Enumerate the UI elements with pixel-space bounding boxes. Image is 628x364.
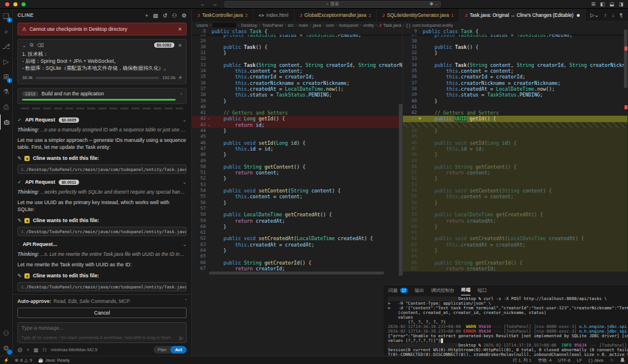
plan-act-toggle[interactable]: Plan Act — [154, 346, 187, 354]
breadcrumb-item[interactable]: src — [288, 23, 294, 28]
panel-tab-terminal[interactable]: 终端 — [461, 285, 470, 295]
history-forward-icon[interactable]: → — [212, 1, 217, 7]
delete-task-icon[interactable]: ⌫ — [37, 42, 44, 48]
printer-icon[interactable]: ⎙ — [0, 99, 13, 115]
window-close-button[interactable] — [5, 2, 9, 6]
search-view-icon[interactable]: ⌕ — [0, 24, 13, 39]
chevron-down-icon[interactable]: ⌄ — [183, 179, 187, 185]
breadcrumb-item[interactable]: com — [326, 23, 334, 28]
testing-icon[interactable]: ⚗ — [0, 84, 13, 99]
notifications-bell-icon[interactable] — [620, 358, 625, 363]
mcp-servers-icon[interactable]: ▤ — [153, 12, 158, 19]
cursor-position[interactable]: 行 1, 列 1 — [513, 358, 531, 363]
encoding[interactable]: UTF-8 — [558, 358, 571, 363]
vertical-scrollbar[interactable] — [624, 30, 627, 88]
panel-tab-debug-console[interactable]: 调试控制台 — [431, 285, 454, 295]
diff-original-pane[interactable]: 8public class Task { 27 @Enumerated(Enum… — [192, 28, 403, 276]
java-status[interactable]: ☕ Java: Ready — [38, 358, 70, 363]
horizontal-scrollbar[interactable] — [209, 272, 384, 274]
edit-file-path[interactable]: /../Desktop/TodoPanel/src/main/java/com/… — [17, 282, 187, 291]
focus-chain-card[interactable]: 13/13 Build and run the application › — [17, 88, 187, 104]
tab-sqliteidentitygenerator-java[interactable]: J SQLiteIdentityGenerator.java1 — [377, 9, 459, 22]
thinking-row[interactable]: Thinking: ...s. Let me rewrite the entir… — [17, 251, 187, 257]
breadcrumb[interactable]: Users››Desktop›TodoPanel›src›main›java›c… — [192, 22, 628, 28]
context-at-icon[interactable]: @ — [17, 347, 23, 353]
extensions-icon[interactable]: ⊞ 1 — [0, 69, 13, 84]
history-icon[interactable]: ↺ — [163, 12, 167, 19]
cancel-button[interactable]: Cancel — [17, 308, 187, 318]
breadcrumb-item[interactable]: TodoPanel — [262, 23, 283, 28]
remote-indicator-icon[interactable]: ⚡ — [3, 358, 9, 363]
command-center-search[interactable]: ⌕ 搜索 ⚉ ⌄ — [224, 1, 441, 8]
explorer-icon[interactable]: ❏ 1 — [0, 9, 13, 24]
edit-file-path[interactable]: /../Desktop/TodoPanel/src/main/java/com/… — [17, 227, 187, 236]
breadcrumb-item[interactable]: Task.java — [383, 23, 402, 28]
tab-index-html[interactable]: <> index.html — [254, 9, 294, 22]
language-mode[interactable]: { } Java — [588, 358, 603, 363]
tab-globalexceptionhandler-java[interactable]: J GlobalExceptionHandler.java2 — [294, 9, 377, 22]
vertical-scrollbar[interactable] — [399, 104, 402, 276]
cline-extension-icon[interactable] — [0, 115, 13, 130]
diff-modified-pane[interactable]: 9public class Task { 28 @Enumerated(Enum… — [403, 28, 627, 276]
chevron-up-icon[interactable]: ˆ — [185, 298, 187, 304]
chevron-down-icon[interactable]: ⌄ — [183, 241, 187, 247]
add-icon[interactable]: + — [27, 347, 30, 353]
cline-settings-icon[interactable]: ⚙ — [181, 12, 187, 19]
history-back-icon[interactable]: ← — [200, 1, 205, 7]
model-icon[interactable]: ⚇ — [42, 347, 47, 353]
breadcrumb-item[interactable]: Desktop — [241, 23, 258, 28]
run-button[interactable]: ▷⌄ — [590, 12, 598, 18]
copy-task-icon[interactable]: ⧉ — [30, 42, 33, 48]
previous-change-icon[interactable]: ↑ — [604, 12, 607, 18]
api-request-row[interactable]: ✓ API Request $0.0011 ⌄ — [17, 179, 187, 185]
task-close-icon[interactable]: ✕ — [178, 42, 182, 48]
problems-status[interactable]: ⊗8 △9 — [15, 358, 32, 363]
act-mode-button[interactable]: Act — [170, 346, 187, 354]
api-request-row[interactable]: ✓ API Request $0.0005 ⌄ — [17, 117, 187, 123]
new-task-icon[interactable]: + — [145, 12, 148, 19]
error-close-icon[interactable]: ✕ — [178, 26, 182, 32]
next-change-icon[interactable]: ↓ — [612, 12, 615, 18]
copilot-menu-icon[interactable]: ⚉ ⌄ — [430, 2, 438, 6]
tab-task-java-diff[interactable]: J Task.java: Original ↔ Cline's Changes … — [459, 9, 586, 22]
breadcrumb-item[interactable]: Users — [197, 23, 208, 28]
model-selector[interactable]: minimax:MiniMax-M2.5 — [51, 347, 97, 352]
edit-file-path[interactable]: /../Desktop/TodoPanel/src/main/java/com/… — [17, 165, 187, 174]
whitespace-toggle-icon[interactable]: ¶ — [620, 12, 623, 18]
breadcrumb-item[interactable]: com.todopanel.entity — [412, 23, 453, 28]
image-icon[interactable]: ▦ — [34, 347, 38, 353]
panel-tab-problems[interactable]: 问题 17 — [388, 285, 408, 295]
breadcrumb-item[interactable]: main — [298, 23, 308, 28]
chevron-down-icon[interactable]: ⌄ — [183, 117, 187, 123]
chat-input[interactable]: Type a message... Type @ for context, / … — [17, 322, 187, 343]
thinking-row[interactable]: Thinking: ...works perfectly with SQLite… — [17, 189, 187, 195]
window-minimize-button[interactable] — [13, 2, 17, 6]
plan-mode-button[interactable]: Plan — [154, 346, 170, 354]
settings-gear-icon[interactable]: ⚙ — [0, 341, 13, 356]
toggle-panel-icon[interactable]: ⬓ — [609, 1, 614, 7]
panel-tab-ports[interactable]: 端口 — [477, 285, 487, 295]
toggle-sidebar-icon[interactable]: ◧ — [600, 1, 605, 7]
collapse-task-icon[interactable]: ⌄ — [22, 42, 26, 48]
run-debug-icon[interactable]: ▷ — [0, 54, 13, 69]
breadcrumb-item[interactable]: todopanel — [339, 23, 358, 28]
window-zoom-button[interactable] — [22, 2, 26, 6]
indentation[interactable]: 空格: 4 — [538, 358, 552, 363]
tab-taskcontroller-java[interactable]: J TaskController.java2 — [192, 9, 254, 22]
chevron-right-icon[interactable]: › — [180, 91, 182, 97]
breadcrumb-item[interactable]: entity — [363, 23, 374, 28]
breadcrumb-item[interactable]: java — [313, 23, 321, 28]
feedback-icon[interactable]: ☺ — [609, 358, 614, 363]
send-icon[interactable]: ▷ — [180, 336, 183, 341]
panel-tab-output[interactable]: 输出 — [415, 285, 424, 295]
auto-approve-row[interactable]: Auto-approve: Read, Edit, Safe Commands,… — [17, 298, 187, 304]
source-control-icon[interactable]: ⎇ — [0, 39, 13, 54]
thinking-row[interactable]: Thinking: ...o use a manually assigned I… — [17, 127, 187, 133]
toggle-secondary-sidebar-icon[interactable]: ◨ — [619, 1, 623, 7]
api-request-row[interactable]: · API Request... ⌄ — [17, 241, 187, 247]
terminal-output[interactable]: Desktop % curl -s -X POST http://localho… — [384, 295, 628, 364]
accounts-icon[interactable]: ⚇ — [0, 326, 13, 341]
task-card[interactable]: ⌄ ⧉ ⌫ $0.0282 ✕ 1. 技术栈： - 后端：Spring Boot… — [17, 39, 187, 84]
account-icon[interactable]: ⚇ — [172, 12, 177, 19]
eol-sequence[interactable]: LF — [577, 358, 582, 363]
